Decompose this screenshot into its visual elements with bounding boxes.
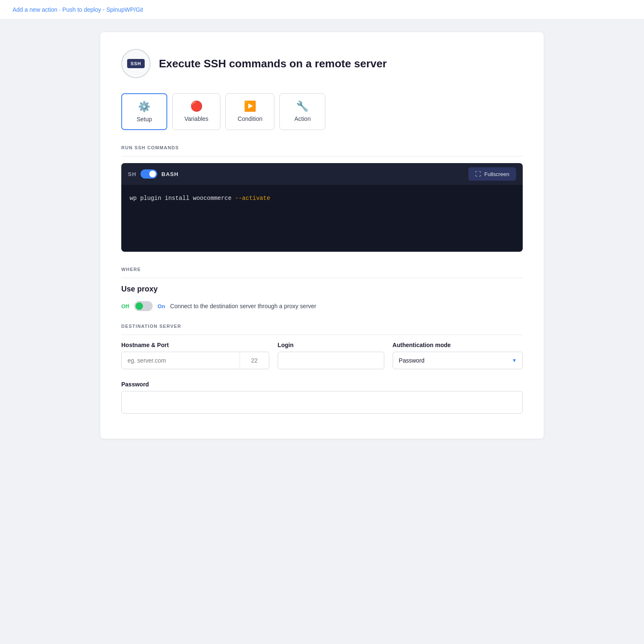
tab-variables-label: Variables bbox=[184, 115, 208, 122]
login-input[interactable] bbox=[278, 352, 384, 369]
code-editor: SH BASH ⛶ Fullscreen wp plugin install w… bbox=[121, 163, 523, 252]
setup-icon: ⚙️ bbox=[138, 101, 151, 112]
page-icon: SSH bbox=[121, 49, 151, 78]
password-row: Password bbox=[121, 381, 523, 414]
fullscreen-label: Fullscreen bbox=[484, 171, 509, 177]
password-input[interactable] bbox=[121, 391, 523, 414]
hostname-input[interactable] bbox=[122, 352, 240, 369]
page-header: SSH Execute SSH commands on a remote ser… bbox=[121, 49, 523, 78]
condition-icon: ▶️ bbox=[244, 100, 256, 112]
tab-condition-label: Condition bbox=[238, 115, 262, 122]
port-input[interactable] bbox=[240, 352, 269, 369]
login-label: Login bbox=[278, 342, 384, 348]
toggle-thumb bbox=[149, 171, 156, 177]
auth-mode-select-wrapper: Password SSH Key ▼ bbox=[393, 352, 523, 369]
main-container: SSH Execute SSH commands on a remote ser… bbox=[100, 32, 544, 439]
run-section-label: RUN SSH COMMANDS bbox=[121, 145, 523, 150]
auth-mode-label: Authentication mode bbox=[393, 342, 523, 348]
password-label: Password bbox=[121, 381, 523, 388]
tab-action[interactable]: 🔧 Action bbox=[279, 93, 325, 130]
tab-setup[interactable]: ⚙️ Setup bbox=[121, 93, 167, 130]
proxy-description: Connect to the destination server throug… bbox=[170, 303, 316, 309]
breadcrumb-link[interactable]: Add a new action · Push to deploy - Spin… bbox=[13, 6, 143, 13]
tab-action-label: Action bbox=[294, 115, 311, 122]
destination-divider bbox=[121, 335, 523, 335]
toggle-track[interactable] bbox=[141, 169, 157, 179]
sh-bash-toggle[interactable] bbox=[141, 169, 157, 179]
action-icon: 🔧 bbox=[296, 100, 309, 112]
destination-section: DESTINATION SERVER Hostname & Port Login… bbox=[121, 324, 523, 414]
variables-icon: 🔴 bbox=[190, 100, 203, 112]
code-body[interactable]: wp plugin install woocommerce --activate bbox=[121, 185, 523, 252]
tab-setup-label: Setup bbox=[137, 116, 152, 123]
tabs-container: ⚙️ Setup 🔴 Variables ▶️ Condition 🔧 Acti… bbox=[121, 93, 523, 130]
where-label: WHERE bbox=[121, 267, 523, 272]
code-arg: --activate bbox=[235, 195, 270, 202]
sh-label: SH bbox=[128, 171, 136, 177]
code-cmd: wp plugin install woocommerce bbox=[130, 195, 235, 202]
on-label: On bbox=[158, 303, 165, 309]
proxy-toggle-row: Off On Connect to the destination server… bbox=[121, 301, 523, 311]
use-proxy-title: Use proxy bbox=[121, 285, 523, 294]
form-row-1: Hostname & Port Login Authentication mod… bbox=[121, 342, 523, 369]
code-toolbar: SH BASH ⛶ Fullscreen bbox=[121, 163, 523, 185]
fullscreen-icon: ⛶ bbox=[475, 171, 481, 177]
login-group: Login bbox=[278, 342, 384, 369]
tab-condition[interactable]: ▶️ Condition bbox=[225, 93, 274, 130]
hostname-group: Hostname & Port bbox=[121, 342, 269, 369]
password-group: Password bbox=[121, 381, 523, 414]
hostname-label: Hostname & Port bbox=[121, 342, 269, 348]
where-divider bbox=[121, 278, 523, 278]
hostname-input-group bbox=[121, 352, 269, 369]
where-section: WHERE Use proxy Off On Connect to the de… bbox=[121, 267, 523, 311]
code-line-1: wp plugin install woocommerce --activate bbox=[130, 195, 514, 202]
destination-label: DESTINATION SERVER bbox=[121, 324, 523, 329]
auth-mode-select[interactable]: Password SSH Key bbox=[393, 352, 523, 369]
auth-mode-group: Authentication mode Password SSH Key ▼ bbox=[393, 342, 523, 369]
toolbar-left: SH BASH bbox=[128, 169, 179, 179]
bash-label: BASH bbox=[161, 171, 179, 177]
page-title: Execute SSH commands on a remote server bbox=[159, 57, 387, 70]
tab-variables[interactable]: 🔴 Variables bbox=[172, 93, 220, 130]
proxy-toggle[interactable] bbox=[134, 301, 153, 311]
top-bar: Add a new action · Push to deploy - Spin… bbox=[0, 0, 644, 20]
off-label: Off bbox=[121, 303, 129, 309]
ssh-label: SSH bbox=[127, 59, 145, 68]
fullscreen-button[interactable]: ⛶ Fullscreen bbox=[468, 167, 516, 181]
proxy-toggle-thumb bbox=[135, 302, 143, 310]
run-section-divider bbox=[121, 156, 523, 156]
